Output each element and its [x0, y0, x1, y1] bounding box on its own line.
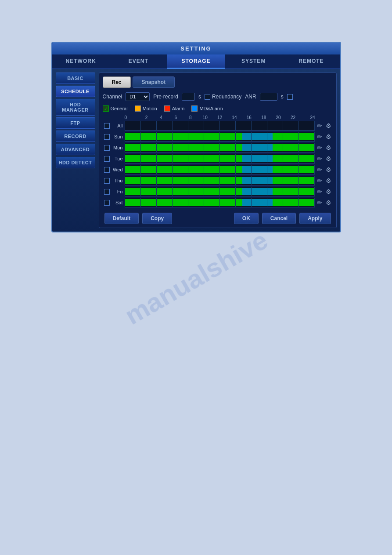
legend-alarm: Alarm — [164, 105, 185, 112]
prerecord-unit: s — [198, 94, 201, 100]
prerecord-input[interactable]: 4 — [182, 93, 195, 101]
actions-sat: ✏ ⚙ — [315, 199, 333, 206]
gear-icon-fri[interactable]: ⚙ — [326, 188, 333, 195]
gear-icon-all[interactable]: ⚙ — [326, 122, 333, 129]
prerecord-label: Pre-record — [153, 94, 178, 100]
edit-icon-fri[interactable]: ✏ — [317, 188, 324, 195]
anr-checkbox[interactable] — [287, 94, 293, 100]
sidebar-item-schedule[interactable]: SCHEDULE — [56, 86, 95, 97]
label-sat: Sat — [111, 200, 125, 205]
edit-icon-sat[interactable]: ✏ — [317, 199, 324, 206]
actions-sun: ✏ ⚙ — [315, 133, 333, 140]
timeline-tue[interactable] — [125, 154, 315, 163]
label-tue: Tue — [111, 156, 125, 161]
channel-select[interactable]: D1 — [126, 92, 150, 101]
bottom-right-buttons: OK Cancel Apply — [234, 213, 331, 224]
default-button[interactable]: Default — [104, 213, 139, 224]
nav-tab-storage[interactable]: STORAGE — [167, 54, 225, 69]
actions-tue: ✏ ⚙ — [315, 155, 333, 162]
schedule-row-thu: Thu — [103, 176, 333, 185]
gear-icon-tue[interactable]: ⚙ — [326, 155, 333, 162]
anr-unit: s — [281, 94, 284, 100]
settings-row: Channel D1 Pre-record 4 s Redundancy ANR… — [103, 92, 333, 101]
ok-button[interactable]: OK — [234, 213, 259, 224]
timeline-fri[interactable] — [125, 187, 315, 196]
gear-icon-mon[interactable]: ⚙ — [326, 144, 333, 151]
anr-label: ANR — [245, 94, 256, 100]
legend-row: ✓ General Motion Alarm MD&Alarm — [103, 105, 333, 112]
checkbox-sat[interactable] — [104, 200, 110, 206]
schedule-row-sat: Sat — [103, 198, 333, 207]
schedule-row-all: All — [103, 121, 333, 131]
legend-motion-box — [135, 105, 141, 112]
redundancy-checkbox[interactable] — [205, 94, 210, 100]
sidebar-item-hdd-detect[interactable]: HDD DETECT — [56, 157, 95, 168]
bottom-buttons: Default Copy OK Cancel — [103, 213, 333, 224]
sidebar-item-hdd-manager[interactable]: HDD MANAGER — [56, 99, 95, 116]
checkbox-sun[interactable] — [104, 134, 110, 140]
edit-icon-tue[interactable]: ✏ — [317, 155, 324, 162]
edit-icon-all[interactable]: ✏ — [317, 122, 324, 129]
copy-button[interactable]: Copy — [142, 213, 172, 224]
panel-tabs: Rec Snapshot — [103, 76, 333, 88]
nav-tab-system[interactable]: SYSTEM — [225, 54, 282, 69]
sidebar: BASIC SCHEDULE HDD MANAGER FTP RECORD AD… — [56, 73, 95, 228]
sidebar-item-record[interactable]: RECORD — [56, 131, 95, 142]
gear-icon-wed[interactable]: ⚙ — [326, 166, 333, 173]
legend-md-alarm-label: MD&Alarm — [199, 106, 223, 111]
edit-icon-mon[interactable]: ✏ — [317, 144, 324, 151]
legend-md-alarm: MD&Alarm — [191, 105, 223, 112]
main-window: SETTING NETWORK EVENT STORAGE SYSTEM REM… — [51, 42, 341, 232]
content-area: BASIC SCHEDULE HDD MANAGER FTP RECORD AD… — [52, 69, 340, 232]
schedule-row-mon: Mon — [103, 143, 333, 152]
edit-icon-sun[interactable]: ✏ — [317, 133, 324, 140]
title-bar: SETTING — [52, 43, 340, 54]
legend-motion: Motion — [135, 105, 157, 112]
checkbox-tue[interactable] — [104, 156, 110, 162]
label-all: All — [111, 123, 125, 128]
timeline-all[interactable] — [125, 121, 315, 131]
timeline-sat[interactable] — [125, 198, 315, 207]
gear-icon-sun[interactable]: ⚙ — [326, 133, 333, 140]
actions-thu: ✏ ⚙ — [315, 177, 333, 184]
nav-tabs: NETWORK EVENT STORAGE SYSTEM REMOTE — [52, 54, 340, 69]
gear-icon-thu[interactable]: ⚙ — [326, 177, 333, 184]
redundancy-label: Redundancy — [212, 94, 241, 100]
label-thu: Thu — [111, 178, 125, 183]
apply-button[interactable]: Apply — [299, 213, 331, 224]
legend-alarm-box — [164, 105, 170, 112]
tab-snapshot[interactable]: Snapshot — [133, 76, 175, 88]
nav-tab-remote[interactable]: REMOTE — [282, 54, 340, 69]
channel-label: Channel — [103, 94, 122, 100]
timeline-sun[interactable] — [125, 132, 315, 141]
timeline-wed[interactable] — [125, 165, 315, 174]
sidebar-item-ftp[interactable]: FTP — [56, 117, 95, 129]
legend-general: ✓ General — [103, 105, 128, 112]
nav-tab-network[interactable]: NETWORK — [52, 54, 110, 69]
window-title: SETTING — [180, 45, 211, 52]
checkbox-all[interactable] — [104, 123, 110, 129]
checkbox-mon[interactable] — [104, 145, 110, 151]
schedule-row-fri: Fri — [103, 187, 333, 196]
edit-icon-wed[interactable]: ✏ — [317, 166, 324, 173]
nav-tab-event[interactable]: EVENT — [110, 54, 167, 69]
checkbox-thu[interactable] — [104, 178, 110, 184]
edit-icon-thu[interactable]: ✏ — [317, 177, 324, 184]
sidebar-item-advanced[interactable]: ADVANCED — [56, 144, 95, 155]
legend-md-alarm-box — [191, 105, 198, 112]
checkbox-fri[interactable] — [104, 189, 110, 195]
schedule-grid: 0 2 4 6 8 10 12 14 16 18 20 22 24 — [103, 115, 333, 207]
timeline-mon[interactable] — [125, 143, 315, 152]
cancel-button[interactable]: Cancel — [262, 213, 296, 224]
tab-rec[interactable]: Rec — [103, 76, 131, 88]
anr-input[interactable]: 1800 — [260, 93, 277, 101]
checkbox-wed[interactable] — [104, 167, 110, 173]
legend-general-label: General — [111, 106, 128, 111]
label-mon: Mon — [111, 145, 125, 150]
sidebar-item-basic[interactable]: BASIC — [56, 73, 95, 84]
timeline-thu[interactable] — [125, 176, 315, 185]
schedule-row-tue: Tue — [103, 154, 333, 163]
bottom-left-buttons: Default Copy — [104, 213, 173, 224]
gear-icon-sat[interactable]: ⚙ — [326, 199, 333, 206]
schedule-row-sun: Sun — [103, 132, 333, 141]
